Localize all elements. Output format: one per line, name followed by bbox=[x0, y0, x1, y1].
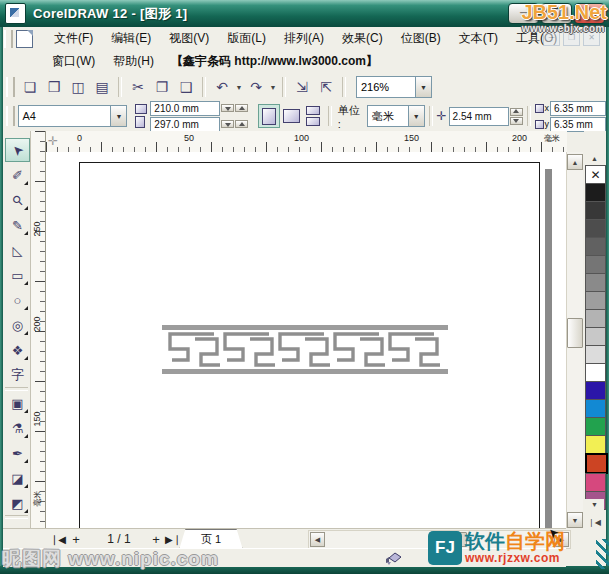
eyedropper-tool[interactable]: ⚗ bbox=[5, 416, 30, 440]
color-swatch[interactable] bbox=[585, 345, 606, 364]
paper-type-combo[interactable]: A4 ▼ bbox=[18, 105, 128, 127]
portrait-orientation-button[interactable] bbox=[258, 104, 280, 128]
duplicate-x-field[interactable]: 6.35 mm bbox=[550, 101, 606, 116]
text-tool[interactable]: 字 bbox=[5, 363, 30, 387]
all-pages-layout-icon[interactable] bbox=[306, 106, 320, 115]
paper-width-field[interactable]: 210.0 mm bbox=[150, 101, 220, 116]
color-swatch[interactable] bbox=[585, 309, 606, 328]
first-page-button[interactable]: ❘◀ bbox=[49, 531, 67, 547]
interactive-blend-tool[interactable]: ▣ bbox=[5, 391, 30, 415]
redo-icon[interactable]: ↷ bbox=[244, 75, 268, 99]
document-icon[interactable] bbox=[16, 30, 33, 48]
minimize-button[interactable]: ─ bbox=[508, 3, 539, 24]
last-page-button[interactable]: ▶❘ bbox=[164, 531, 182, 547]
color-swatch[interactable] bbox=[585, 399, 606, 418]
basic-shapes-tool[interactable]: ❖ bbox=[5, 338, 30, 362]
nudge-offset-field[interactable]: 2.54 mm bbox=[449, 107, 509, 126]
new-icon[interactable]: ❏ bbox=[18, 75, 42, 99]
shape-tool[interactable]: ✐ bbox=[5, 163, 30, 187]
undo-icon[interactable]: ↶ bbox=[210, 75, 234, 99]
mdi-restore-button[interactable]: ❐ bbox=[563, 31, 580, 46]
units-combo[interactable]: 毫米 ▼ bbox=[367, 105, 425, 127]
color-swatch[interactable] bbox=[585, 327, 606, 346]
color-swatch-selected[interactable] bbox=[585, 453, 608, 474]
width-spin-up[interactable] bbox=[235, 104, 248, 112]
fill-tool[interactable]: ◪ bbox=[5, 466, 30, 490]
scroll-right-icon[interactable]: ▶ bbox=[554, 532, 569, 547]
scroll-down-icon[interactable]: ▼ bbox=[567, 512, 583, 528]
mdi-minimize-button[interactable]: ─ bbox=[543, 31, 560, 46]
paste-icon[interactable]: ❑ bbox=[174, 75, 198, 99]
close-button[interactable]: ✕ bbox=[574, 3, 605, 24]
color-swatch[interactable] bbox=[585, 435, 606, 454]
app-icon[interactable] bbox=[5, 3, 26, 24]
color-swatch[interactable] bbox=[585, 183, 606, 202]
paper-combo-dropdown-icon[interactable]: ▼ bbox=[110, 106, 126, 126]
polygon-spiral-tool[interactable]: ◎ bbox=[5, 313, 30, 337]
menu-layout[interactable]: 版面(L) bbox=[218, 28, 275, 49]
copy-icon[interactable]: ❐ bbox=[150, 75, 174, 99]
hscroll-thumb[interactable] bbox=[429, 532, 467, 547]
import-icon[interactable]: ⇲ bbox=[290, 75, 314, 99]
menu-window[interactable]: 窗口(W) bbox=[43, 51, 104, 72]
menu-file[interactable]: 文件(F) bbox=[45, 28, 102, 49]
menu-effects[interactable]: 效果(C) bbox=[333, 28, 392, 49]
menu-view[interactable]: 视图(V) bbox=[160, 28, 218, 49]
duplicate-y-field[interactable]: 6.35 mm bbox=[550, 117, 606, 132]
nudge-spin-up[interactable] bbox=[510, 108, 523, 116]
palette-scroll-down-icon[interactable]: ▼ bbox=[585, 499, 604, 510]
color-swatch[interactable] bbox=[585, 255, 606, 274]
menu-text[interactable]: 文本(T) bbox=[450, 28, 507, 49]
undo-dropdown-icon[interactable]: ▼ bbox=[234, 84, 244, 91]
zoom-tool[interactable]: ⚲ bbox=[5, 188, 30, 212]
rectangle-tool[interactable]: ▭ bbox=[5, 263, 30, 287]
menu-edit[interactable]: 编辑(E) bbox=[102, 28, 160, 49]
color-swatch[interactable] bbox=[585, 237, 606, 256]
color-swatch[interactable] bbox=[585, 219, 606, 238]
ellipse-tool[interactable]: ○ bbox=[5, 288, 30, 312]
export-icon[interactable]: ⇱ bbox=[314, 75, 338, 99]
zoom-combo-dropdown-icon[interactable]: ▼ bbox=[415, 77, 431, 97]
vscroll-thumb[interactable] bbox=[567, 318, 583, 348]
scroll-up-icon[interactable]: ▲ bbox=[567, 154, 583, 170]
ruler-origin-icon[interactable]: ✛ bbox=[46, 134, 60, 148]
scroll-left-icon[interactable]: ◀ bbox=[310, 532, 325, 547]
print-icon[interactable]: ▤ bbox=[90, 75, 114, 99]
redo-dropdown-icon[interactable]: ▼ bbox=[268, 84, 278, 91]
outline-tool[interactable]: ✒ bbox=[5, 441, 30, 465]
horizontal-ruler[interactable]: 0 50 100 150 200 毫米 bbox=[45, 131, 567, 153]
color-swatch[interactable] bbox=[585, 363, 606, 382]
menubar-grip[interactable] bbox=[4, 30, 13, 48]
pick-tool[interactable]: ➤ bbox=[5, 138, 30, 162]
menu-bitmaps[interactable]: 位图(B) bbox=[392, 28, 450, 49]
paper-height-field[interactable]: 297.0 mm bbox=[150, 117, 220, 132]
width-spin-down[interactable] bbox=[221, 104, 234, 112]
save-icon[interactable]: ◫ bbox=[66, 75, 90, 99]
drawing-canvas[interactable] bbox=[45, 152, 567, 528]
height-spin-up[interactable] bbox=[235, 120, 248, 128]
color-swatch[interactable] bbox=[585, 381, 606, 400]
palette-expand-icon[interactable]: ❘◀ bbox=[585, 517, 604, 528]
color-swatch[interactable] bbox=[585, 473, 606, 492]
toolbar-grip[interactable] bbox=[6, 77, 15, 97]
vertical-ruler[interactable]: 250 200 150 毫米 bbox=[30, 131, 46, 528]
landscape-orientation-button[interactable] bbox=[280, 104, 302, 128]
maximize-button[interactable]: ❐ bbox=[541, 3, 572, 24]
cut-icon[interactable]: ✂ bbox=[126, 75, 150, 99]
color-swatch[interactable] bbox=[585, 201, 606, 220]
nudge-spin-down[interactable] bbox=[510, 117, 523, 125]
propbar-grip[interactable] bbox=[6, 106, 15, 126]
open-icon[interactable]: ❒ bbox=[42, 75, 66, 99]
freehand-tool[interactable]: ✎ bbox=[5, 213, 30, 237]
color-swatch[interactable] bbox=[585, 291, 606, 310]
color-swatch-none[interactable]: ✕ bbox=[585, 165, 606, 184]
color-swatch[interactable] bbox=[585, 273, 606, 292]
page-tab[interactable]: 页 1 bbox=[179, 529, 243, 550]
add-page-before-button[interactable]: + bbox=[69, 531, 83, 547]
zoom-level-combo[interactable]: 216% ▼ bbox=[356, 76, 432, 98]
height-spin-down[interactable] bbox=[221, 120, 234, 128]
interactive-fill-tool[interactable]: ◩ bbox=[5, 491, 30, 515]
units-combo-dropdown-icon[interactable]: ▼ bbox=[408, 106, 424, 126]
current-page-layout-icon[interactable] bbox=[306, 117, 320, 126]
vertical-scrollbar[interactable]: ▲ ▼ bbox=[566, 152, 583, 528]
